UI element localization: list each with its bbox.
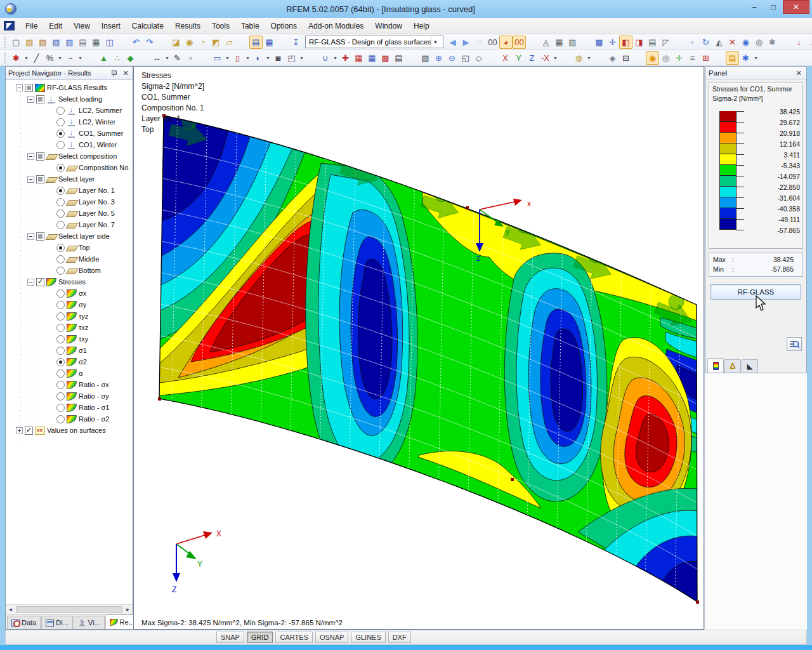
tree-expander[interactable] [16, 427, 23, 434]
toolbar-icon[interactable]: ╱ [30, 51, 43, 65]
toolbar-icon[interactable] [116, 36, 129, 49]
toolbar-icon[interactable]: ▾ [164, 51, 171, 65]
toolbar-icon[interactable]: ↓ [806, 36, 812, 49]
minimize-button[interactable]: – [745, 0, 764, 14]
toolbar-icon[interactable]: ~ [63, 51, 77, 65]
toolbar-icon[interactable]: ≡ [686, 51, 699, 65]
tree-expander[interactable] [48, 393, 55, 400]
panel-close-icon[interactable]: ✕ [794, 69, 803, 77]
toolbar-icon[interactable] [779, 36, 792, 49]
tree-item[interactable]: Layer No. 7 [6, 219, 133, 230]
tree-expander[interactable] [48, 347, 55, 354]
toolbar-icon[interactable]: ▶ [459, 36, 473, 49]
menu-item[interactable]: Help [408, 19, 435, 33]
toolbar-icon[interactable] [405, 51, 419, 65]
tree-item[interactable]: Layer No. 1 [6, 185, 133, 196]
tree-item[interactable]: Top [6, 242, 133, 253]
toolbar-icon[interactable]: ◗ [251, 51, 265, 65]
toolbar-icon[interactable]: ◎ [752, 36, 766, 49]
toolbar-icon[interactable]: ▯ [231, 51, 244, 65]
tree-control[interactable] [56, 244, 65, 252]
tree-item[interactable]: Select composition [6, 150, 133, 162]
status-toggle[interactable]: SNAP [216, 632, 244, 643]
tree-expander[interactable] [48, 336, 55, 343]
toolbar-icon[interactable] [84, 51, 97, 65]
toolbar-icon[interactable]: 00 [513, 36, 526, 49]
tree-item[interactable]: LC2, Winter [6, 116, 133, 128]
tree-control[interactable] [25, 427, 33, 435]
tree-control[interactable] [56, 369, 65, 378]
tree-expander[interactable] [48, 416, 55, 423]
tree-control[interactable] [36, 152, 44, 161]
navigator-hscrollbar[interactable]: ◄ ► [6, 604, 133, 614]
toolbar-icon[interactable]: ✚ [339, 51, 352, 65]
tree-expander[interactable] [48, 210, 55, 217]
toolbar-icon[interactable]: ▥ [63, 36, 76, 49]
toolbar-icon[interactable]: ◫ [103, 36, 116, 49]
toolbar-icon[interactable]: ▭ [211, 51, 224, 65]
toolbar-icon[interactable]: ▤ [249, 36, 263, 49]
toolbar-icon[interactable] [156, 36, 169, 49]
tree-expander[interactable] [48, 324, 55, 331]
toolbar-icon[interactable]: ↓ [792, 36, 806, 49]
tree-item[interactable]: σx [6, 288, 133, 299]
tree-item[interactable]: σ2 [6, 356, 133, 368]
status-toggle[interactable]: GLINES [351, 632, 385, 643]
menu-item[interactable]: Table [235, 19, 265, 33]
menu-item[interactable]: Calculate [126, 19, 169, 33]
toolbar-icon[interactable]: ✱ [766, 36, 779, 49]
tree-item[interactable]: Select layer side [6, 230, 133, 242]
tree-expander[interactable] [27, 233, 34, 240]
tree-control[interactable] [56, 141, 65, 149]
toolbar-icon[interactable]: Y [512, 51, 525, 65]
toolbar-icon[interactable] [526, 36, 539, 49]
toolbar-icon[interactable]: ▢ [10, 36, 23, 49]
toolbar-icon[interactable] [672, 36, 686, 49]
toolbar-icon[interactable]: ▾ [298, 51, 305, 65]
toolbar-icon[interactable]: ⊞ [699, 51, 712, 65]
toolbar-icon[interactable]: ▨ [23, 36, 36, 49]
toolbar-icon[interactable]: ✛ [672, 51, 686, 65]
toolbar-icon[interactable]: ✱ [739, 51, 752, 65]
toolbar-icon[interactable]: ◈ [606, 51, 619, 65]
status-toggle[interactable]: GRID [247, 632, 273, 643]
toolbar-icon[interactable]: ▤ [646, 36, 659, 49]
tree-expander[interactable] [48, 381, 55, 388]
menu-item[interactable]: Add-on Modules [303, 19, 369, 33]
tree-expander[interactable] [48, 290, 55, 297]
toolbar-icon[interactable]: ▾ [586, 51, 593, 65]
tree-control[interactable] [56, 129, 65, 138]
tree-expander[interactable] [48, 199, 55, 206]
tree-control[interactable] [56, 358, 65, 366]
tree-item[interactable]: CO1, Summer [6, 128, 133, 139]
toolbar-icon[interactable]: ◭ [712, 36, 726, 49]
tree-item[interactable]: Ratio - σ1 [6, 402, 133, 413]
tree-control[interactable] [56, 118, 65, 126]
toolbar-icon[interactable] [276, 36, 289, 49]
toolbar-icon[interactable]: ▧ [419, 51, 432, 65]
menu-item[interactable]: View [68, 19, 96, 33]
tree-expander[interactable] [48, 256, 55, 263]
toolbar-icon[interactable]: ↻ [699, 36, 712, 49]
tree-item[interactable]: Ratio - σx [6, 379, 133, 390]
toolbar-icon[interactable]: ◉ [646, 51, 659, 65]
toolbar-icon[interactable]: ◕ [499, 36, 513, 49]
tree-control[interactable] [56, 301, 65, 309]
toolbar-icon[interactable]: ▧ [49, 36, 63, 49]
tree-item[interactable]: Select layer [6, 173, 133, 185]
tree-control[interactable] [56, 267, 65, 275]
tree-control[interactable] [56, 404, 65, 412]
toolbar-icon[interactable]: ▤ [726, 51, 739, 65]
toolbar-icon[interactable]: ◱ [459, 51, 472, 65]
panel-tab-color-scale[interactable] [707, 358, 724, 373]
tree-control[interactable] [36, 232, 44, 241]
toolbar-icon[interactable]: ▤ [392, 51, 405, 65]
tree-item[interactable]: τyz [6, 310, 133, 322]
tree-control[interactable] [56, 312, 65, 321]
toolbar-icon[interactable]: ▩ [593, 36, 606, 49]
tree-control[interactable] [56, 107, 65, 115]
toolbar-icon[interactable]: ◆ [124, 51, 137, 65]
toolbar-icon[interactable] [197, 51, 211, 65]
toolbar-icon[interactable]: ✎ [171, 51, 184, 65]
toolbar-icon[interactable]: ↧ [289, 36, 303, 49]
